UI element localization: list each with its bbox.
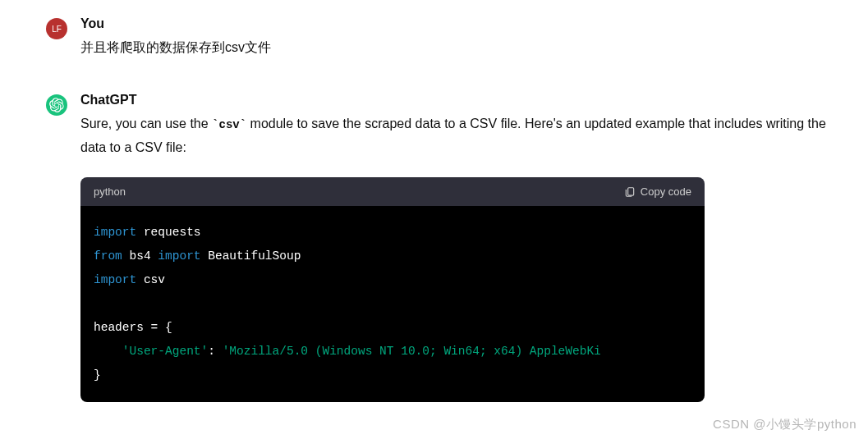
- code-line-6: }: [94, 364, 691, 387]
- code-line-2: from bs4 import BeautifulSoup: [94, 245, 691, 268]
- user-avatar: LF: [46, 18, 67, 39]
- assistant-text-part1: Sure, you can use the: [80, 117, 212, 130]
- tok-indent: [94, 345, 122, 358]
- user-message-content: You 并且将爬取的数据保存到csv文件: [80, 16, 835, 60]
- assistant-avatar: [46, 94, 67, 116]
- tok-from: from: [94, 249, 122, 263]
- user-text: 并且将爬取的数据保存到csv文件: [80, 36, 835, 60]
- user-avatar-initials: LF: [52, 25, 62, 34]
- code-line-blank: [94, 292, 691, 316]
- tok-requests: requests: [136, 226, 200, 239]
- code-body: import requestsfrom bs4 import Beautiful…: [80, 206, 705, 402]
- openai-icon: [49, 98, 64, 112]
- code-line-5: 'User-Agent': 'Mozilla/5.0 (Windows NT 1…: [94, 340, 691, 364]
- assistant-message-content: ChatGPT Sure, you can use the `csv` modu…: [80, 93, 835, 403]
- copy-code-label: Copy code: [641, 185, 691, 198]
- svg-rect-0: [628, 188, 634, 195]
- clipboard-icon: [624, 186, 636, 198]
- code-line-4: headers = {: [94, 316, 691, 340]
- chat-container: LF You 并且将爬取的数据保存到csv文件 ChatGPT Sure, yo…: [0, 0, 868, 402]
- inline-code-csv: `csv`: [212, 118, 246, 131]
- copy-code-button[interactable]: Copy code: [624, 185, 691, 198]
- tok-headers: headers = {: [94, 321, 172, 334]
- code-line-1: import requests: [94, 221, 691, 245]
- assistant-name: ChatGPT: [80, 93, 835, 107]
- tok-import: import: [94, 226, 136, 239]
- tok-ua-val: 'Mozilla/5.0 (Windows NT 10.0; Win64; x6…: [223, 345, 601, 358]
- assistant-message: ChatGPT Sure, you can use the `csv` modu…: [46, 93, 835, 403]
- tok-bs4: bs4: [122, 249, 158, 263]
- watermark: CSDN @小馒头学python: [713, 417, 857, 432]
- code-line-3: import csv: [94, 268, 691, 292]
- code-header: python Copy code: [80, 177, 705, 206]
- tok-import3: import: [94, 273, 136, 286]
- user-name: You: [80, 16, 835, 31]
- tok-close: }: [94, 368, 101, 382]
- tok-csv: csv: [136, 273, 165, 286]
- tok-import2: import: [158, 249, 200, 263]
- tok-colon: :: [208, 345, 222, 358]
- tok-ua-key: 'User-Agent': [122, 345, 208, 358]
- code-block: python Copy code import requestsfrom bs4…: [80, 177, 705, 402]
- code-language-label: python: [94, 185, 126, 198]
- tok-beautifulsoup: BeautifulSoup: [201, 249, 301, 263]
- assistant-text: Sure, you can use the `csv` module to sa…: [80, 112, 835, 160]
- user-message: LF You 并且将爬取的数据保存到csv文件: [46, 16, 835, 60]
